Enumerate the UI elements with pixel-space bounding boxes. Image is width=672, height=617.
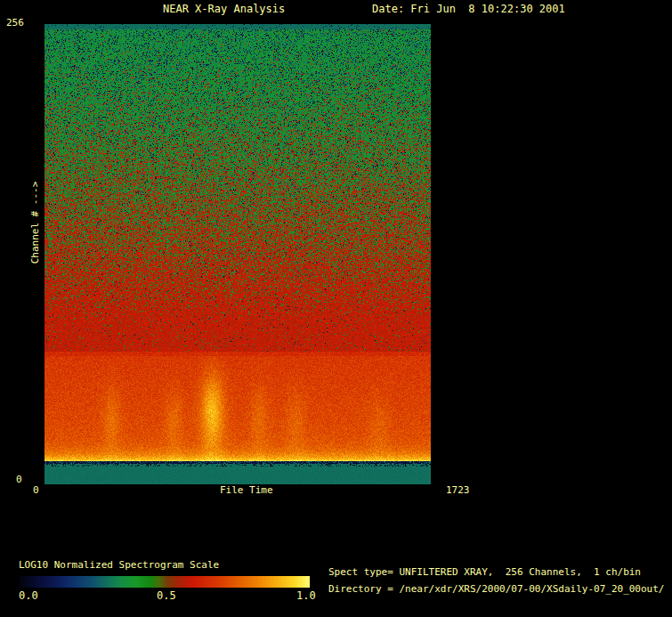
colorbar-tick-max: 1.0 <box>296 590 316 602</box>
app-window: NEAR X-Ray Analysis Date: Fri Jun 8 10:2… <box>0 0 672 617</box>
spect-type-info: Spect type= UNFILTERED XRAY, 256 Channel… <box>328 567 641 578</box>
colorbar-tick-min: 0.0 <box>19 590 38 602</box>
colorbar-title: LOG10 Normalized Spectrogram Scale <box>19 560 219 571</box>
y-axis-max-label: 256 <box>6 18 24 28</box>
spectrogram-image <box>45 24 431 484</box>
x-axis-min-label: 0 <box>33 485 39 496</box>
x-axis-max-label: 1723 <box>446 485 470 496</box>
colorbar-gradient <box>20 576 310 588</box>
directory-info: Directory = /near/xdr/XRS/2000/07-00/XSd… <box>328 584 665 595</box>
header-date: Date: Fri Jun 8 10:22:30 2001 <box>372 4 565 15</box>
y-axis-title: Channel # ---> <box>30 182 41 264</box>
colorbar-tick-mid: 0.5 <box>157 590 176 602</box>
x-axis-title: File Time <box>220 485 273 496</box>
page-title: NEAR X-Ray Analysis <box>163 4 285 15</box>
y-axis-min-label: 0 <box>16 475 22 485</box>
